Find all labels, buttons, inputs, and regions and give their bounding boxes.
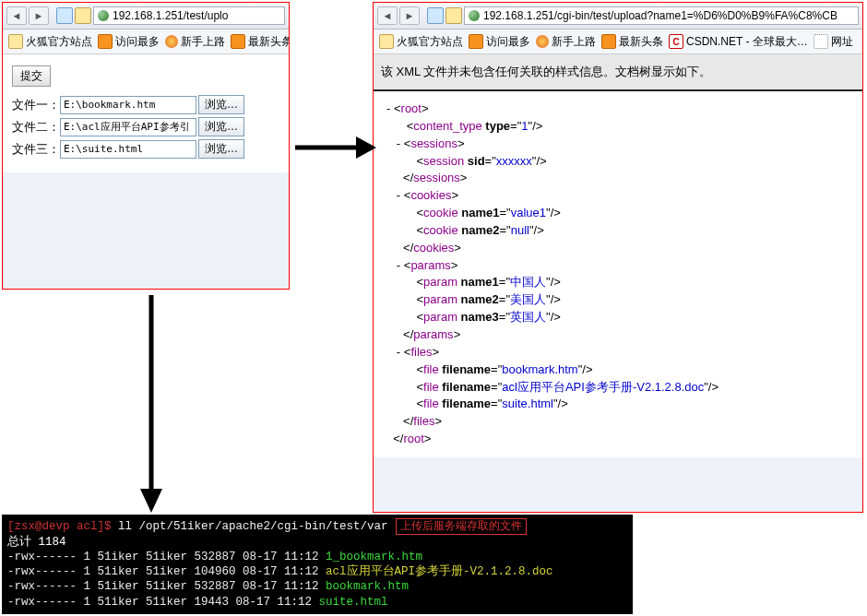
toolbar: ◄ ► 192.168.1.251/cgi-bin/test/upload?na… <box>374 3 862 30</box>
bookmark-item[interactable]: 新手上路 <box>165 34 225 50</box>
browse-button[interactable]: 浏览… <box>198 139 244 159</box>
terminal-prompt: [zsx@devp acl]$ ll /opt/51iker/apache2/c… <box>7 518 627 535</box>
page-icon <box>427 7 444 24</box>
back-button[interactable]: ◄ <box>377 6 398 25</box>
globe-icon <box>98 10 109 21</box>
forward-button[interactable]: ► <box>399 6 420 25</box>
page-icon <box>56 7 73 24</box>
file-row: 文件三：浏览… <box>12 139 279 159</box>
bookmark-item[interactable]: 新手上路 <box>536 34 596 50</box>
terminal-annotation: 上传后服务端存取的文件 <box>396 518 527 535</box>
file-path-input[interactable] <box>60 140 196 159</box>
terminal-row: -rwx------ 1 51iker 51iker 104960 08-17 … <box>7 564 627 579</box>
address-bar[interactable]: 192.168.1.251/cgi-bin/test/upload?name1=… <box>464 6 859 25</box>
back-button[interactable]: ◄ <box>6 6 27 25</box>
toolbar: ◄ ► 192.168.1.251/test/uplo <box>3 3 289 30</box>
file-path-input[interactable] <box>60 96 196 114</box>
svg-marker-3 <box>140 489 162 513</box>
xml-result-browser: ◄ ► 192.168.1.251/cgi-bin/test/upload?na… <box>373 2 863 513</box>
browse-button[interactable]: 浏览… <box>198 117 244 136</box>
terminal-total: 总计 1184 <box>7 535 627 550</box>
address-text: 192.168.1.251/cgi-bin/test/upload?name1=… <box>483 9 837 22</box>
bookmarks-bar: 火狐官方站点 访问最多 新手上路 最新头条 <box>3 30 289 54</box>
svg-marker-1 <box>356 136 376 159</box>
bookmark-item[interactable]: 火狐官方站点 <box>8 34 92 50</box>
form-area: 提交 文件一：浏览…文件二：浏览…文件三：浏览… <box>3 54 289 172</box>
file-row: 文件二：浏览… <box>12 117 279 136</box>
browse-button[interactable]: 浏览… <box>198 95 244 114</box>
file-label: 文件三： <box>12 141 60 158</box>
file-label: 文件一： <box>12 97 60 113</box>
terminal-row: -rwx------ 1 51iker 51iker 19443 08-17 1… <box>7 595 627 610</box>
file-label: 文件二： <box>12 119 60 136</box>
arrow-right-icon <box>293 129 376 166</box>
address-text: 192.168.1.251/test/uplo <box>113 9 228 22</box>
bookmarks-bar: 火狐官方站点 访问最多 新手上路 最新头条 CCSDN.NET - 全球最大… … <box>374 30 862 54</box>
bookmark-item[interactable]: 网址 <box>814 34 853 50</box>
folder-icon <box>445 7 462 24</box>
bookmark-item[interactable]: 最新头条 <box>231 34 289 50</box>
file-row: 文件一：浏览… <box>12 95 279 114</box>
bookmark-item[interactable]: 访问最多 <box>98 34 160 50</box>
bookmark-item[interactable]: 访问最多 <box>469 34 530 50</box>
terminal-row: -rwx------ 1 51iker 51iker 532887 08-17 … <box>7 550 627 564</box>
bookmark-item[interactable]: CCSDN.NET - 全球最大… <box>669 34 808 50</box>
forward-button[interactable]: ► <box>29 6 49 25</box>
upload-form-browser: ◄ ► 192.168.1.251/test/uplo 火狐官方站点 访问最多 … <box>2 2 290 290</box>
xml-notice: 该 XML 文件并未包含任何关联的样式信息。文档树显示如下。 <box>374 54 862 91</box>
terminal-row: -rwx------ 1 51iker 51iker 532887 08-17 … <box>7 579 627 594</box>
xml-tree: - <root> <content_type type="1"/> - <ses… <box>374 91 862 457</box>
terminal: [zsx@devp acl]$ ll /opt/51iker/apache2/c… <box>2 515 633 614</box>
bookmark-item[interactable]: 最新头条 <box>601 34 663 50</box>
folder-icon <box>75 7 91 24</box>
arrow-down-icon <box>133 293 170 515</box>
submit-button[interactable]: 提交 <box>12 65 51 87</box>
globe-icon <box>469 10 480 21</box>
bookmark-item[interactable]: 火狐官方站点 <box>379 34 463 50</box>
file-path-input[interactable] <box>60 118 196 136</box>
address-bar[interactable]: 192.168.1.251/test/uplo <box>93 6 285 25</box>
